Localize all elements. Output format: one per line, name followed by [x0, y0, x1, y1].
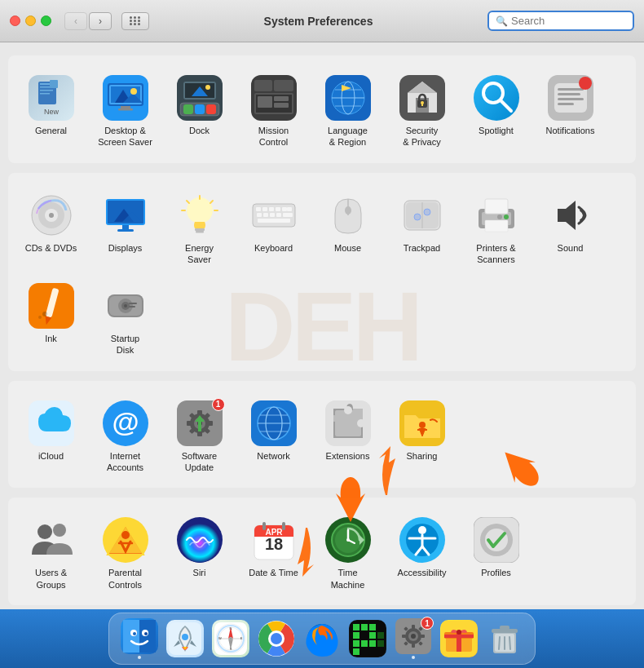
dock-system-prefs[interactable]: 1: [393, 618, 434, 659]
back-icon: ‹: [74, 15, 77, 27]
forward-button[interactable]: ›: [89, 12, 112, 30]
zoom-button[interactable]: [41, 15, 51, 26]
dock-finder[interactable]: [119, 618, 160, 659]
back-button[interactable]: ‹: [64, 12, 87, 30]
icloud-icon: [29, 400, 74, 446]
network-icon: [251, 400, 297, 446]
pref-extensions[interactable]: Extensions: [313, 394, 382, 480]
pref-users-groups[interactable]: Users &Groups: [16, 511, 86, 597]
pref-spotlight[interactable]: Spotlight: [461, 69, 531, 155]
pref-icloud[interactable]: iCloud: [16, 394, 86, 480]
pref-profiles[interactable]: Profiles: [461, 511, 531, 597]
svg-rect-227: [444, 635, 474, 638]
svg-rect-215: [412, 625, 415, 629]
pref-ink[interactable]: Ink: [16, 276, 86, 363]
svg-rect-175: [139, 620, 156, 653]
pref-mouse[interactable]: Mouse: [313, 186, 382, 272]
pref-language[interactable]: Language& Region: [313, 69, 382, 155]
dock-launchpad[interactable]: [165, 618, 205, 659]
search-input[interactable]: [511, 15, 626, 27]
pref-siri[interactable]: Siri: [165, 511, 234, 597]
pref-trackpad[interactable]: Trackpad: [387, 186, 457, 272]
section-internet: iCloud @ InternetAccounts: [8, 381, 636, 489]
pref-parental-controls[interactable]: ParentalControls: [90, 511, 160, 597]
keyboard-label: Keyboard: [254, 242, 293, 254]
launchpad-icon: [166, 620, 204, 657]
siri-label: Siri: [193, 567, 206, 578]
svg-rect-203: [353, 632, 359, 639]
search-bar[interactable]: 🔍: [487, 11, 634, 31]
dock-trash[interactable]: [484, 618, 525, 659]
pref-notifications[interactable]: Notifications: [536, 69, 605, 155]
svg-point-161: [346, 538, 350, 542]
pref-startup-disk[interactable]: StartupDisk: [90, 276, 160, 363]
pref-date-time[interactable]: APR 18 Date & Time: [239, 511, 308, 597]
pref-general[interactable]: New General: [16, 69, 86, 155]
pref-mission-control[interactable]: MissionControl: [239, 69, 308, 155]
close-button[interactable]: [10, 15, 20, 26]
svg-point-55: [579, 77, 592, 90]
finder-icon: [121, 618, 158, 654]
svg-rect-154: [282, 522, 285, 530]
language-label: Language& Region: [328, 125, 368, 148]
startup-disk-icon: [103, 283, 148, 329]
pref-desktop-screensaver[interactable]: Desktop &Screen Saver: [90, 69, 160, 155]
sound-icon: [548, 192, 593, 238]
software-update-label: SoftwareUpdate: [182, 450, 217, 474]
network-label: Network: [257, 450, 289, 462]
svg-rect-205: [353, 640, 359, 647]
svg-line-71: [210, 201, 213, 203]
mission-control-icon: [251, 75, 297, 121]
svg-rect-79: [276, 207, 280, 211]
svg-point-181: [182, 634, 188, 640]
dock-chrome[interactable]: [256, 618, 297, 659]
all-prefs-button[interactable]: [121, 12, 149, 30]
svg-rect-153: [262, 522, 266, 530]
svg-rect-81: [287, 207, 292, 211]
system-icons-grid: Users &Groups ParentalCont: [16, 511, 628, 597]
svg-text:N: N: [230, 626, 232, 630]
accessibility-icon: [399, 517, 445, 563]
svg-rect-200: [353, 624, 359, 630]
dock-safari[interactable]: N S W E: [210, 618, 251, 659]
section-system: Users &Groups ParentalCont: [8, 498, 636, 605]
internet-icons-grid: iCloud @ InternetAccounts: [16, 394, 628, 480]
pref-keyboard[interactable]: Keyboard: [239, 186, 308, 272]
cds-dvds-label: CDs & DVDs: [25, 242, 77, 254]
pref-software-update[interactable]: 1 SoftwareUpdate: [165, 394, 234, 480]
pref-printers[interactable]: Printers &Scanners: [461, 186, 531, 272]
pref-security[interactable]: Security& Privacy: [387, 69, 457, 155]
energy-label: EnergySaver: [185, 242, 214, 266]
users-groups-label: Users &Groups: [35, 567, 67, 591]
main-content: DEH: [0, 42, 644, 609]
pref-internet-accounts[interactable]: @ InternetAccounts: [90, 394, 160, 480]
dock-pixelmator[interactable]: [347, 618, 388, 659]
pref-network[interactable]: Network: [239, 394, 308, 480]
title-bar: ‹ › System Preferences 🔍: [0, 0, 644, 42]
dock-finder-dot: [138, 656, 141, 659]
personal-icons-grid: New General: [16, 69, 628, 155]
minimize-button[interactable]: [25, 15, 36, 26]
pref-sound[interactable]: Sound: [536, 186, 605, 272]
pref-displays[interactable]: Displays: [90, 186, 160, 272]
energy-icon: [177, 192, 223, 238]
svg-rect-33: [274, 103, 289, 108]
svg-point-142: [53, 524, 66, 537]
dock-giftbox[interactable]: [439, 618, 479, 659]
pref-dock[interactable]: Dock: [165, 69, 234, 155]
dock-firefox[interactable]: [302, 618, 342, 659]
svg-rect-28: [274, 80, 293, 91]
svg-point-197: [271, 633, 282, 644]
svg-rect-87: [258, 219, 290, 223]
pref-time-machine[interactable]: TimeMachine: [313, 511, 382, 597]
keyboard-icon: [251, 192, 297, 238]
pref-cds-dvds[interactable]: CDs & DVDs: [16, 186, 86, 272]
dock-system-prefs-icon: 1: [395, 618, 432, 654]
pixelmator-icon: [349, 620, 386, 657]
pref-energy[interactable]: EnergySaver: [165, 186, 234, 272]
svg-rect-21: [206, 104, 216, 114]
dock: N S W E: [108, 613, 536, 665]
pref-sharing[interactable]: Sharing: [387, 394, 457, 480]
svg-rect-97: [485, 199, 508, 214]
pref-accessibility[interactable]: Accessibility: [387, 511, 457, 597]
